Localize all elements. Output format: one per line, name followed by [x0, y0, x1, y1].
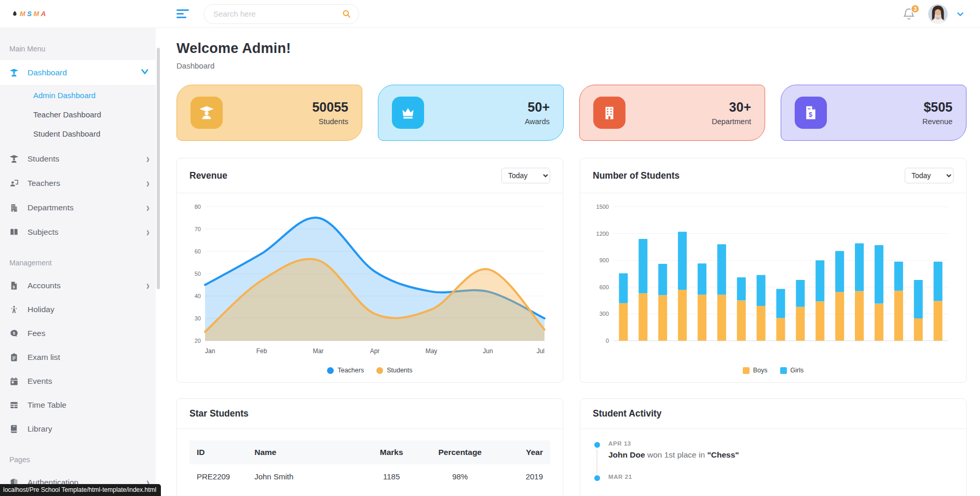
profile-chevron-down-icon[interactable] — [956, 10, 964, 18]
search-box — [203, 4, 359, 24]
timeline-dot-icon — [594, 475, 600, 481]
notifications-button[interactable]: 3 — [902, 7, 916, 21]
user-avatar[interactable] — [928, 4, 948, 24]
students-filter-select[interactable]: Today — [905, 168, 954, 183]
revenue-filter-select[interactable]: Today — [501, 168, 550, 183]
stat-card-revenue: $ $505 Revenue — [781, 85, 967, 141]
sidebar-menu: Main Menu Dashboard Admin Dashboard Teac… — [0, 28, 161, 494]
logo-letter: A — [41, 10, 46, 18]
sidebar-subitem-admin-dashboard[interactable]: Admin Dashboard — [0, 86, 161, 105]
charts-row: Revenue Today 20304050607080JanFebMarApr… — [176, 158, 967, 383]
sidebar-item-fees[interactable]: $ Fees — [0, 321, 161, 345]
stat-value: 30+ — [712, 100, 751, 115]
legend-item-teachers[interactable]: Teachers — [327, 367, 364, 374]
open-book-icon — [9, 227, 19, 237]
legend-item-students[interactable]: Students — [376, 367, 412, 374]
svg-text:Jan: Jan — [205, 347, 215, 355]
svg-text:$: $ — [809, 111, 812, 118]
svg-text:20: 20 — [195, 338, 201, 344]
svg-text:Feb: Feb — [256, 347, 267, 355]
menu-section-main: Main Menu — [0, 30, 161, 59]
page-title: Welcome Admin! — [176, 41, 967, 57]
hamburger-menu-icon[interactable] — [176, 9, 189, 18]
table-row[interactable]: PRE2209 John Smith 1185 98% 2019 — [189, 464, 550, 489]
legend-label: Boys — [753, 367, 768, 374]
svg-text:1500: 1500 — [596, 204, 609, 210]
sidebar-item-exam-list[interactable]: Exam list — [0, 345, 161, 369]
sidebar-item-label: Library — [28, 424, 52, 434]
cell-year: 2019 — [496, 464, 550, 489]
svg-text:900: 900 — [600, 257, 609, 263]
sidebar-item-dashboard[interactable]: Dashboard — [0, 59, 161, 86]
sidebar-item-events[interactable]: Events — [0, 369, 161, 393]
sidebar-item-accounts[interactable]: $ Accounts › — [0, 273, 161, 298]
legend-item-girls[interactable]: Girls — [780, 367, 804, 374]
svg-text:0: 0 — [606, 338, 609, 344]
svg-text:1200: 1200 — [596, 231, 609, 237]
graduation-student-icon — [9, 154, 19, 164]
sidebar-item-label: Teachers — [28, 179, 60, 188]
sidebar-item-label: Accounts — [28, 281, 61, 290]
chevron-down-icon — [140, 65, 149, 79]
sidebar-item-holiday[interactable]: Holiday — [0, 298, 161, 321]
stat-value: $505 — [922, 100, 952, 115]
cell-name: John Smith — [247, 464, 359, 489]
svg-text:80: 80 — [195, 204, 201, 210]
sidebar-scrollbar[interactable] — [156, 28, 161, 496]
sidebar-item-label: Students — [28, 154, 59, 164]
logo-icon — [11, 10, 18, 18]
search-icon[interactable] — [342, 9, 351, 19]
sidebar-item-departments[interactable]: Departments › — [0, 195, 161, 220]
sidebar-item-students[interactable]: Students › — [0, 146, 161, 171]
svg-text:50: 50 — [195, 271, 201, 277]
activity-item: MAR 21 — [594, 474, 954, 496]
chevron-right-icon: › — [146, 177, 149, 190]
column-header: Name — [247, 440, 359, 464]
sidebar-item-library[interactable]: Library — [0, 417, 161, 441]
stat-label: Department — [712, 117, 751, 126]
activity-date: APR 13 — [608, 440, 739, 447]
column-header: Year — [496, 440, 550, 464]
column-header: Marks — [359, 440, 424, 464]
cell-percentage: 98% — [424, 464, 496, 489]
holiday-icon — [9, 305, 19, 314]
panel-title: Revenue — [189, 170, 227, 181]
stat-card-students: 50055 Students — [176, 85, 362, 141]
svg-text:40: 40 — [195, 293, 201, 299]
stat-label: Revenue — [922, 117, 952, 126]
sidebar-item-label: Departments — [28, 203, 74, 212]
sidebar-item-teachers[interactable]: Teachers › — [0, 171, 161, 195]
chevron-right-icon: › — [146, 152, 149, 165]
logo-bar: MSMA — [0, 0, 161, 28]
legend-item-boys[interactable]: Boys — [743, 367, 768, 374]
sidebar-subitem-teacher-dashboard[interactable]: Teacher Dashboard — [0, 105, 161, 124]
avatar-image — [928, 4, 948, 24]
sidebar-item-label: Dashboard — [28, 68, 67, 77]
sidebar-scrollbar-thumb[interactable] — [157, 48, 160, 289]
column-header: ID — [189, 440, 247, 464]
teacher-icon — [9, 179, 19, 188]
legend-label: Teachers — [337, 367, 364, 374]
students-chart-panel: Number of Students Today 030060090012001… — [580, 158, 967, 383]
revenue-panel: Revenue Today 20304050607080JanFebMarApr… — [176, 158, 563, 383]
svg-text:Jun: Jun — [483, 347, 493, 355]
stat-value: 50+ — [525, 100, 550, 115]
revenue-line-chart: 20304050607080JanFebMarAprMayJunJul — [186, 199, 550, 361]
sidebar-subitem-student-dashboard[interactable]: Student Dashboard — [0, 124, 161, 143]
star-students-panel: Star Students ID Name Marks Percentage Y… — [176, 398, 563, 496]
invoice-dollar-icon: $ — [795, 97, 827, 129]
search-input[interactable] — [213, 9, 342, 18]
activity-date: MAR 21 — [608, 474, 632, 480]
sidebar-item-label: Subjects — [28, 227, 58, 237]
column-header: Percentage — [424, 440, 496, 464]
sidebar-item-subjects[interactable]: Subjects › — [0, 220, 161, 244]
chevron-right-icon: › — [146, 279, 149, 292]
top-bar: 3 — [161, 0, 980, 28]
app-logo[interactable]: MSMA — [11, 10, 46, 18]
svg-text:600: 600 — [600, 284, 609, 290]
menu-section-pages: Pages — [0, 441, 161, 470]
calendar-icon — [9, 377, 19, 386]
legend-swatch — [743, 367, 750, 374]
sidebar-item-time-table[interactable]: Time Table — [0, 393, 161, 417]
students-chart-legend: BoysGirls — [580, 364, 966, 382]
